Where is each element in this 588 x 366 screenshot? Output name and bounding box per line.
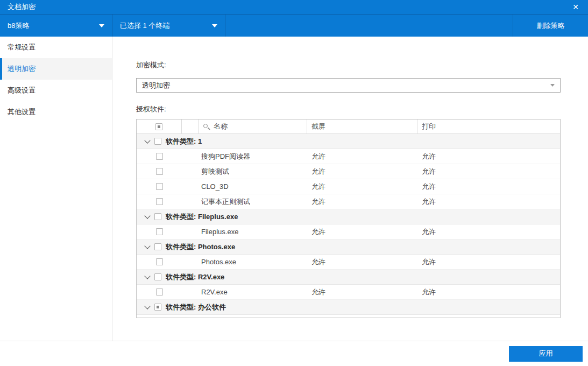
row-name: R2V.exe <box>199 288 307 296</box>
row-checkbox-cell <box>137 183 182 190</box>
row-checkbox[interactable] <box>156 258 163 265</box>
group-row[interactable]: 软件类型: 办公软件 <box>137 300 560 315</box>
row-checkbox[interactable] <box>156 183 163 190</box>
row-print-value: 允许 <box>417 152 560 161</box>
table-row[interactable]: WPS Office允许允许 <box>137 315 560 318</box>
row-checkbox-cell <box>137 198 182 205</box>
row-screenshot-value: 允许 <box>307 152 417 161</box>
row-checkbox[interactable] <box>156 198 163 205</box>
group-label: 软件类型: Fileplus.exe <box>166 212 238 222</box>
row-checkbox[interactable] <box>156 153 163 160</box>
group-label: 软件类型: 办公软件 <box>166 302 226 312</box>
row-name: 剪映测试 <box>199 167 307 177</box>
table-body: 软件类型: 1搜狗PDF阅读器允许允许剪映测试允许允许CLO_3D允许允许记事本… <box>137 134 560 318</box>
group-label: 软件类型: R2V.exe <box>166 272 224 282</box>
header-screenshot-cell[interactable]: 截屏 <box>307 119 417 133</box>
row-checkbox[interactable] <box>156 228 163 235</box>
header-name-label: 名称 <box>214 122 228 131</box>
sidebar-item-label: 透明加密 <box>8 65 36 73</box>
row-print-value: 允许 <box>417 167 560 177</box>
row-screenshot-value: 允许 <box>307 257 417 267</box>
row-checkbox-cell <box>137 258 182 265</box>
sidebar-item[interactable]: 透明加密 <box>0 58 112 80</box>
chevron-down-icon[interactable] <box>144 213 150 219</box>
apply-button[interactable]: 应用 <box>509 346 583 362</box>
group-checkbox[interactable] <box>154 213 161 220</box>
sidebar-item-label: 其他设置 <box>8 108 36 116</box>
group-row[interactable]: 软件类型: 1 <box>137 134 560 149</box>
terminal-dropdown[interactable]: 已选择 1 个终端 <box>112 15 225 37</box>
sidebar-item[interactable]: 常规设置 <box>0 37 112 58</box>
row-checkbox[interactable] <box>156 288 163 295</box>
chevron-down-icon <box>550 84 555 87</box>
authorized-software-table: 名称 截屏 打印 软件类型: 1搜狗PDF阅读器允许允许剪映测试允许允许CLO_… <box>136 119 561 318</box>
chevron-down-icon[interactable] <box>144 303 150 309</box>
settings-sidebar: 常规设置透明加密高级设置其他设置 <box>0 37 112 341</box>
row-checkbox-cell <box>137 288 182 295</box>
chevron-down-icon <box>99 24 104 27</box>
table-row[interactable]: 记事本正则测试允许允许 <box>137 194 560 209</box>
row-name: Photos.exe <box>199 258 307 266</box>
row-name: 搜狗PDF阅读器 <box>199 152 307 161</box>
close-icon[interactable]: ✕ <box>571 2 580 12</box>
chevron-down-icon[interactable] <box>144 243 150 249</box>
table-row[interactable]: 搜狗PDF阅读器允许允许 <box>137 149 560 164</box>
encryption-mode-label: 加密模式: <box>136 60 561 70</box>
main-panel: 加密模式: 透明加密 授权软件: 名称 截屏 打印 <box>112 37 588 341</box>
row-print-value: 允许 <box>417 257 560 267</box>
table-row[interactable]: R2V.exe允许允许 <box>137 285 560 300</box>
row-screenshot-value: 允许 <box>307 167 417 177</box>
window-title: 文档加密 <box>8 2 571 12</box>
group-row[interactable]: 软件类型: Photos.exe <box>137 240 560 255</box>
delete-policy-button[interactable]: 删除策略 <box>513 15 588 37</box>
header-print-label: 打印 <box>422 122 436 131</box>
group-checkbox[interactable] <box>154 138 161 145</box>
row-name: CLO_3D <box>199 182 307 191</box>
chevron-down-icon[interactable] <box>144 137 150 143</box>
row-print-value: 允许 <box>417 182 560 192</box>
policy-dropdown-value: b8策略 <box>8 21 95 31</box>
encryption-mode-value: 透明加密 <box>142 81 550 90</box>
table-row[interactable]: 剪映测试允许允许 <box>137 164 560 179</box>
row-checkbox[interactable] <box>156 168 163 175</box>
content-area: 常规设置透明加密高级设置其他设置 加密模式: 透明加密 授权软件: 名称 截屏 <box>0 37 588 341</box>
group-row[interactable]: 软件类型: R2V.exe <box>137 270 560 285</box>
chevron-down-icon[interactable] <box>144 273 150 279</box>
toolbar: b8策略 已选择 1 个终端 删除策略 <box>0 15 588 37</box>
table-header: 名称 截屏 打印 <box>137 119 560 134</box>
row-name: 记事本正则测试 <box>199 197 307 207</box>
group-checkbox[interactable] <box>154 304 161 311</box>
header-name-cell[interactable]: 名称 <box>199 119 307 133</box>
sidebar-item[interactable]: 其他设置 <box>0 101 112 123</box>
sidebar-item[interactable]: 高级设置 <box>0 80 112 101</box>
group-row[interactable]: 软件类型: Fileplus.exe <box>137 209 560 224</box>
group-label: 软件类型: 1 <box>166 137 202 146</box>
row-screenshot-value: 允许 <box>307 182 417 192</box>
group-checkbox[interactable] <box>154 243 161 250</box>
header-expand-cell <box>182 119 199 133</box>
footer-bar: 应用 <box>0 341 588 366</box>
row-name: Fileplus.exe <box>199 228 307 236</box>
header-print-cell[interactable]: 打印 <box>417 119 560 133</box>
table-row[interactable]: Fileplus.exe允许允许 <box>137 224 560 240</box>
chevron-down-icon <box>212 24 217 27</box>
row-screenshot-value: 允许 <box>307 197 417 207</box>
select-all-checkbox[interactable] <box>155 123 162 130</box>
row-checkbox-cell <box>137 168 182 175</box>
table-row[interactable]: CLO_3D允许允许 <box>137 179 560 194</box>
group-checkbox[interactable] <box>154 273 161 280</box>
authorized-software-label: 授权软件: <box>136 104 561 114</box>
policy-dropdown[interactable]: b8策略 <box>0 15 112 37</box>
sidebar-item-label: 高级设置 <box>8 86 36 94</box>
search-icon <box>203 123 210 130</box>
header-screenshot-label: 截屏 <box>311 122 325 131</box>
delete-policy-label: 删除策略 <box>537 21 565 31</box>
sidebar-item-label: 常规设置 <box>8 43 36 51</box>
row-checkbox-cell <box>137 153 182 160</box>
row-checkbox-cell <box>137 228 182 235</box>
row-screenshot-value: 允许 <box>307 318 417 319</box>
encryption-mode-select[interactable]: 透明加密 <box>136 78 561 93</box>
row-screenshot-value: 允许 <box>307 227 417 237</box>
table-row[interactable]: Photos.exe允许允许 <box>137 255 560 270</box>
row-print-value: 允许 <box>417 318 560 319</box>
